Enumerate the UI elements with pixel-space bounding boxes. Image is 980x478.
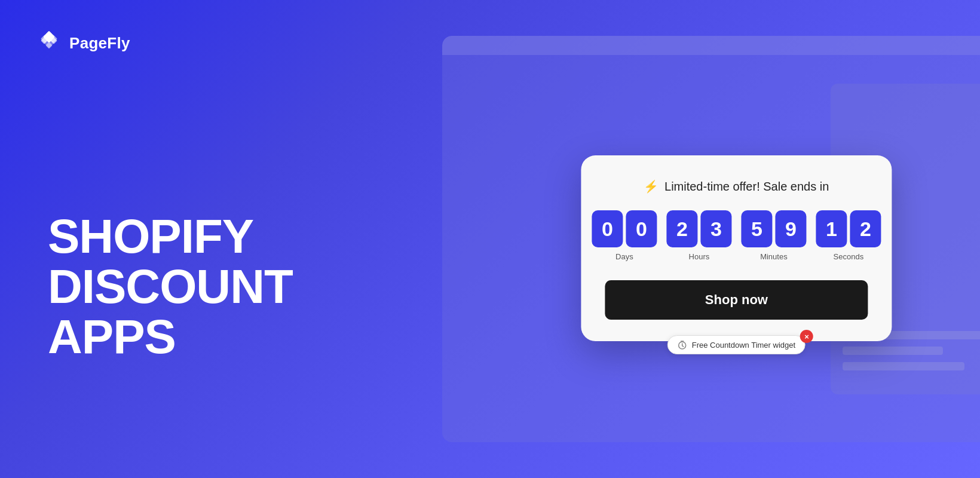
countdown-unit-hours: 2 3 Hours xyxy=(666,210,731,261)
seconds-digit-0: 1 xyxy=(816,210,847,247)
countdown-unit-minutes: 5 9 Minutes xyxy=(741,210,806,261)
page-container: PageFly SHOPIFY DISCOUNT APPS S xyxy=(0,0,980,478)
minutes-digit-0: 5 xyxy=(741,210,772,247)
offer-text: ⚡ Limited-time offer! Sale ends in xyxy=(605,179,868,194)
hours-digit-0: 2 xyxy=(666,210,697,247)
minutes-digit-1: 9 xyxy=(775,210,806,247)
minutes-label: Minutes xyxy=(760,252,788,261)
tooltip-bar: Free Countdown Timer widget × xyxy=(667,335,806,354)
logo-icon xyxy=(36,30,62,56)
minutes-digits: 5 9 xyxy=(741,210,806,247)
timer-icon xyxy=(678,340,687,350)
right-section: S ⚡ Limited-time offer! Sale ends in xyxy=(418,0,980,478)
panel-line xyxy=(843,347,943,355)
days-digit-1: 0 xyxy=(626,210,657,247)
tooltip-close-button[interactable]: × xyxy=(800,330,813,343)
seconds-label: Seconds xyxy=(834,252,864,261)
countdown-unit-days: 0 0 Days xyxy=(592,210,657,261)
hero-title: SHOPIFY DISCOUNT APPS xyxy=(48,212,370,362)
seconds-digit-1: 2 xyxy=(850,210,881,247)
days-digits: 0 0 xyxy=(592,210,657,247)
days-digit-0: 0 xyxy=(592,210,623,247)
countdown-card: ⚡ Limited-time offer! Sale ends in 0 0 D… xyxy=(581,155,892,341)
hours-digit-1: 3 xyxy=(700,210,731,247)
left-section: SHOPIFY DISCOUNT APPS xyxy=(0,80,418,398)
seconds-digits: 1 2 xyxy=(816,210,881,247)
countdown-unit-seconds: 1 2 Seconds xyxy=(816,210,881,261)
panel-line xyxy=(843,362,964,370)
countdown-row: 0 0 Days 2 3 Hours 5 xyxy=(605,210,868,261)
tooltip-text: Free Countdown Timer widget xyxy=(692,341,795,350)
lightning-emoji: ⚡ xyxy=(644,180,659,193)
hours-label: Hours xyxy=(689,252,710,261)
brand-name: PageFly xyxy=(69,34,130,53)
days-label: Days xyxy=(615,252,633,261)
logo-area: PageFly xyxy=(36,30,130,56)
hours-digits: 2 3 xyxy=(666,210,731,247)
shop-now-button[interactable]: Shop now xyxy=(605,280,868,320)
